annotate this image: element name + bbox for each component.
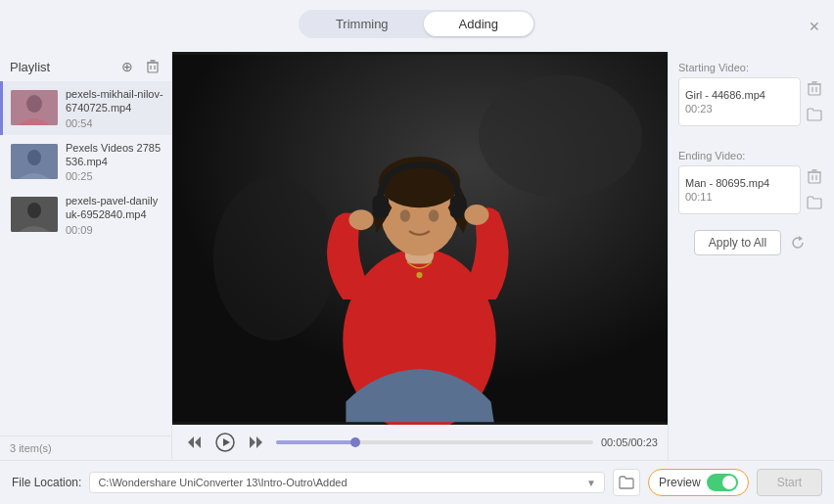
starting-delete-button[interactable] [805,79,824,99]
starting-video-time: 00:23 [685,103,794,115]
svg-point-21 [400,209,410,222]
dropdown-arrow-icon: ▼ [586,478,596,488]
starting-video-section: Starting Video: Girl - 44686.mp4 00:23 [678,62,824,126]
starting-video-label: Starting Video: [678,62,824,73]
playlist-item-duration: 00:25 [66,170,163,182]
playlist-items: pexels-mikhail-nilov-6740725.mp4 00:54 [0,81,171,435]
file-location-label: File Location: [12,476,81,489]
ending-video-row: Man - 80695.mp4 00:11 [678,165,824,214]
main-content: Playlist ⊕ [0,52,834,460]
section-divider [678,134,824,142]
svg-point-22 [429,209,439,222]
starting-video-name: Girl - 44686.mp4 [685,89,794,101]
starting-video-box: Girl - 44686.mp4 00:23 [678,77,801,126]
preview-button[interactable]: Preview [648,469,749,496]
playlist-item[interactable]: pexels-pavel-danilyuk-6952840.mp4 00:09 [0,188,171,242]
svg-rect-0 [148,63,158,72]
svg-marker-27 [195,436,201,448]
svg-point-6 [26,95,42,113]
video-frame [172,52,668,425]
delete-item-button[interactable] [144,58,162,75]
ending-video-section: Ending Video: Man - 80695.mp4 00:11 [678,150,824,214]
forward-button[interactable] [245,431,268,454]
video-display [172,52,668,425]
add-item-button[interactable]: ⊕ [118,58,136,75]
apply-row: Apply to All [678,230,824,255]
svg-marker-42 [799,236,803,241]
svg-rect-20 [450,196,467,218]
bottom-bar: File Location: C:\Wondershare UniConvert… [0,460,834,504]
playlist-item-name: pexels-pavel-danilyuk-6952840.mp4 [66,194,163,222]
ending-folder-button[interactable] [805,193,824,212]
playlist-item[interactable]: pexels-mikhail-nilov-6740725.mp4 00:54 [0,81,171,135]
apply-to-all-button[interactable]: Apply to All [694,230,781,255]
play-button[interactable] [213,431,237,454]
progress-bar[interactable] [276,440,593,444]
starting-folder-button[interactable] [805,105,824,124]
tab-trimming[interactable]: Trimming [301,12,424,36]
tab-bar: Trimming Adding [299,6,535,46]
start-button[interactable]: Start [757,469,822,496]
toggle-knob [722,476,736,489]
playlist-thumb [11,90,58,125]
svg-rect-32 [809,84,820,95]
title-bar: Trimming Adding ✕ [0,0,834,52]
svg-point-25 [464,205,488,225]
video-area: 00:05/00:23 [172,52,668,460]
browse-folder-button[interactable] [613,469,640,496]
playlist-item-duration: 00:54 [66,117,163,129]
playlist-title: Playlist [10,60,50,74]
svg-point-8 [27,150,41,165]
playlist-item-info: pexels-pavel-danilyuk-6952840.mp4 00:09 [66,194,163,236]
time-display: 00:05/00:23 [601,436,658,448]
svg-marker-29 [223,438,230,446]
svg-marker-31 [256,436,262,448]
progress-fill [276,440,355,444]
file-path-text: C:\Wondershare UniConverter 13\Intro-Out… [98,477,582,488]
tab-container: Trimming Adding [299,10,535,38]
playlist-item[interactable]: Pexels Videos 2785536.mp4 00:25 [0,135,171,189]
tab-adding[interactable]: Adding [424,12,533,36]
app-window: Trimming Adding ✕ Playlist ⊕ [0,0,834,504]
svg-marker-26 [188,436,194,448]
ending-video-box: Man - 80695.mp4 00:11 [678,165,801,214]
refresh-button[interactable] [787,232,809,253]
playlist-item-name: pexels-mikhail-nilov-6740725.mp4 [66,87,163,115]
svg-point-14 [213,177,336,341]
playlist-actions: ⊕ [118,58,162,75]
close-button[interactable]: ✕ [807,19,822,34]
svg-rect-19 [372,196,389,218]
playlist-thumb [11,144,58,179]
preview-label: Preview [659,476,701,489]
playlist-item-duration: 00:09 [66,224,163,236]
svg-marker-30 [250,436,255,448]
playlist-sidebar: Playlist ⊕ [0,52,172,460]
svg-point-24 [348,209,373,230]
svg-point-10 [27,203,41,218]
ending-video-time: 00:11 [685,191,794,203]
right-panel: Starting Video: Girl - 44686.mp4 00:23 [668,52,834,460]
ending-video-name: Man - 80695.mp4 [685,177,794,189]
svg-point-13 [479,75,642,198]
video-controls: 00:05/00:23 [172,425,668,460]
svg-rect-37 [809,172,820,183]
ending-video-label: Ending Video: [678,150,824,161]
rewind-button[interactable] [182,431,206,454]
file-path-box[interactable]: C:\Wondershare UniConverter 13\Intro-Out… [89,472,605,493]
ending-delete-button[interactable] [805,167,824,187]
preview-toggle[interactable] [707,474,738,491]
svg-point-23 [416,272,422,278]
playlist-count: 3 item(s) [0,435,171,460]
playlist-item-info: pexels-mikhail-nilov-6740725.mp4 00:54 [66,87,163,129]
playlist-item-name: Pexels Videos 2785536.mp4 [66,141,163,169]
playlist-item-info: Pexels Videos 2785536.mp4 00:25 [66,141,163,183]
playlist-thumb [11,197,58,232]
playlist-header: Playlist ⊕ [0,52,171,81]
starting-video-row: Girl - 44686.mp4 00:23 [678,77,824,126]
progress-handle[interactable] [350,437,360,447]
